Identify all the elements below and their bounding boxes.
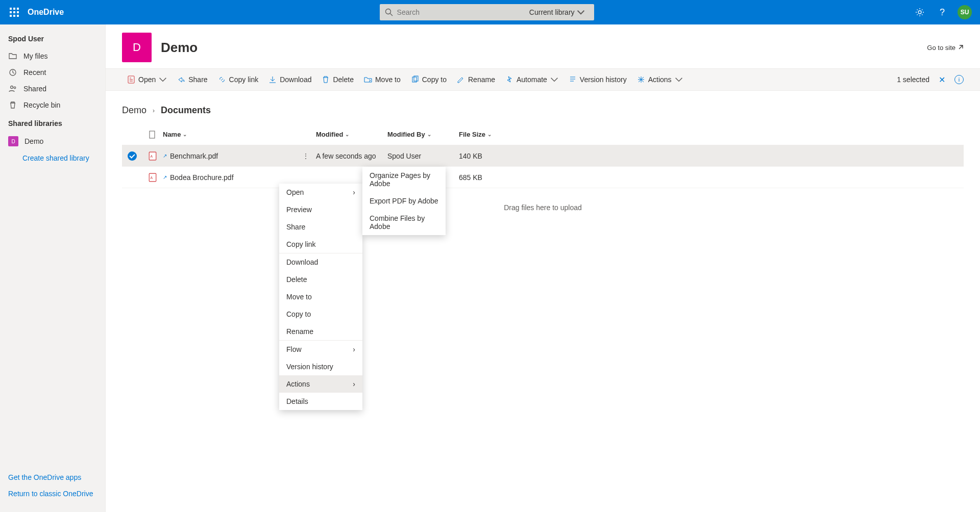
people-icon <box>8 84 17 93</box>
search-box[interactable]: Current library <box>380 4 594 20</box>
column-filesize[interactable]: File Size⌄ <box>459 131 530 138</box>
cmd-share[interactable]: Share <box>172 68 212 91</box>
svg-point-2 <box>918 11 921 14</box>
svg-text:A: A <box>151 176 153 180</box>
ctx-export-pdf[interactable]: Export PDF by Adobe <box>362 192 446 210</box>
file-modifiedby-cell: Spod User <box>387 152 459 160</box>
delete-icon <box>322 75 330 84</box>
sidebar-item-recycle[interactable]: Recycle bin <box>0 97 105 113</box>
cmd-copyto[interactable]: Copy to <box>406 68 452 91</box>
column-name[interactable]: Name⌄ <box>163 131 296 138</box>
sidebar-library-demo[interactable]: D Demo <box>0 133 105 150</box>
command-bar: Open Share Copy link Download Delete Mov… <box>106 68 980 91</box>
brand-label[interactable]: OneDrive <box>28 8 64 17</box>
row-more-button[interactable]: ⋮ <box>296 152 316 160</box>
classic-onedrive-link[interactable]: Return to classic OneDrive <box>8 485 97 502</box>
svg-rect-9 <box>150 131 155 138</box>
ctx-download[interactable]: Download <box>279 253 362 271</box>
details-pane-button[interactable]: i <box>954 75 964 84</box>
go-to-site-link[interactable]: Go to site <box>927 44 964 52</box>
column-modified[interactable]: Modified⌄ <box>316 131 387 138</box>
ctx-versionhistory[interactable]: Version history <box>279 358 362 375</box>
gear-icon <box>915 7 925 17</box>
file-name-cell[interactable]: ↗Bodea Brochure.pdf <box>163 173 296 182</box>
pdf-icon: A <box>148 173 157 182</box>
cmd-delete[interactable]: Delete <box>316 68 358 91</box>
sidebar-item-label: Shared <box>23 85 46 93</box>
cmd-copylink[interactable]: Copy link <box>213 68 264 91</box>
share-icon <box>177 75 185 84</box>
link-icon <box>218 75 226 84</box>
ctx-copylink[interactable]: Copy link <box>279 236 362 253</box>
cmd-actions[interactable]: Actions <box>632 68 688 91</box>
search-wrap: Current library <box>64 4 910 20</box>
chevron-down-icon <box>159 75 167 84</box>
trash-icon <box>8 100 17 110</box>
cmd-automate[interactable]: Automate <box>500 68 564 91</box>
copyto-icon <box>411 75 419 84</box>
clear-selection-button[interactable]: ✕ <box>937 75 947 85</box>
sidebar-item-label: Recent <box>23 68 46 76</box>
ctx-details[interactable]: Details <box>279 393 362 410</box>
sidebar-item-recent[interactable]: Recent <box>0 64 105 81</box>
cmd-version[interactable]: Version history <box>564 68 632 91</box>
breadcrumb: Demo › Documents <box>106 91 980 124</box>
ctx-preview[interactable]: Preview <box>279 201 362 218</box>
ctx-rename[interactable]: Rename <box>279 323 362 340</box>
sidebar-item-shared[interactable]: Shared <box>0 81 105 97</box>
cmd-download[interactable]: Download <box>263 68 316 91</box>
file-row[interactable]: A ↗Benchmark.pdf ⋮ A few seconds ago Spo… <box>122 145 964 167</box>
shared-badge-icon: ↗ <box>163 153 167 159</box>
sidebar-item-label: Demo <box>24 137 43 145</box>
clock-icon <box>8 68 17 77</box>
ctx-delete[interactable]: Delete <box>279 271 362 288</box>
breadcrumb-root[interactable]: Demo <box>122 105 146 116</box>
moveto-icon <box>364 75 372 84</box>
chevron-right-icon: › <box>353 345 355 353</box>
folder-icon <box>8 52 17 61</box>
svg-point-5 <box>14 87 16 89</box>
ctx-share[interactable]: Share <box>279 218 362 236</box>
user-avatar[interactable]: SU <box>958 5 972 19</box>
ctx-moveto[interactable]: Move to <box>279 288 362 305</box>
cmd-open[interactable]: Open <box>122 68 172 91</box>
get-apps-link[interactable]: Get the OneDrive apps <box>8 469 97 485</box>
actions-submenu: Organize Pages by Adobe Export PDF by Ad… <box>362 167 446 235</box>
settings-button[interactable] <box>910 0 930 24</box>
ctx-copyto[interactable]: Copy to <box>279 305 362 323</box>
cmd-rename[interactable]: Rename <box>452 68 500 91</box>
sidebar-footer: Get the OneDrive apps Return to classic … <box>0 469 105 512</box>
sidebar-item-label: Recycle bin <box>23 101 60 109</box>
ctx-combine-files[interactable]: Combine Files by Adobe <box>362 210 446 235</box>
main-content: D Demo Go to site Open Share Copy link D… <box>106 24 980 512</box>
search-scope-dropdown[interactable]: Current library <box>529 8 589 16</box>
chevron-right-icon: › <box>353 188 355 196</box>
ctx-open[interactable]: Open› <box>279 184 362 201</box>
actions-icon <box>637 75 645 84</box>
file-type-column-icon[interactable] <box>149 131 157 139</box>
file-name-cell[interactable]: ↗Benchmark.pdf <box>163 152 296 160</box>
file-size-cell: 140 KB <box>459 152 530 160</box>
sidebar-user-heading: Spod User <box>0 32 105 48</box>
chevron-right-icon: › <box>353 380 355 388</box>
column-modifiedby[interactable]: Modified By⌄ <box>387 131 459 138</box>
create-shared-library-link[interactable]: Create shared library <box>0 150 105 166</box>
sidebar-item-myfiles[interactable]: My files <box>0 48 105 64</box>
version-icon <box>569 75 577 84</box>
checkmark-icon[interactable] <box>128 151 137 161</box>
file-row[interactable]: A ↗Bodea Brochure.pdf Spod User 685 KB <box>122 167 964 188</box>
pdf-icon: A <box>148 151 157 161</box>
rename-icon <box>457 75 465 84</box>
chevron-down-icon <box>577 8 585 16</box>
help-button[interactable]: ? <box>932 0 952 24</box>
cmd-moveto[interactable]: Move to <box>359 68 406 91</box>
ctx-flow[interactable]: Flow› <box>279 341 362 358</box>
file-size-cell: 685 KB <box>459 173 530 182</box>
ctx-organize-pages[interactable]: Organize Pages by Adobe <box>362 167 446 192</box>
site-tile: D <box>122 33 152 62</box>
ctx-actions[interactable]: Actions› Organize Pages by Adobe Export … <box>279 375 362 393</box>
svg-point-4 <box>11 86 13 89</box>
search-icon <box>385 8 393 16</box>
search-input[interactable] <box>397 8 525 16</box>
app-launcher-button[interactable] <box>4 0 24 24</box>
